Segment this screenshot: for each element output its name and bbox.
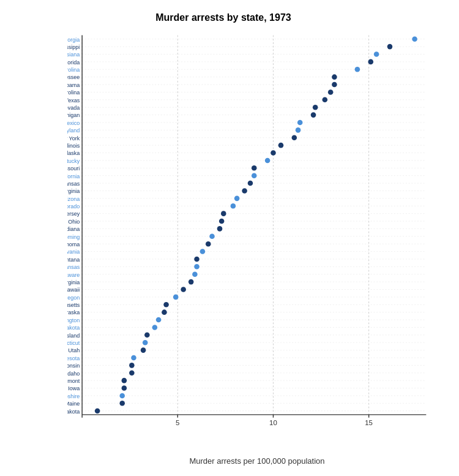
svg-text:Alaska: Alaska — [67, 150, 80, 156]
svg-point-146 — [181, 287, 186, 292]
svg-text:10: 10 — [269, 419, 277, 426]
svg-point-155 — [131, 355, 136, 361]
svg-point-132 — [248, 181, 253, 186]
svg-text:Utah: Utah — [68, 347, 80, 353]
svg-text:Oklahoma: Oklahoma — [67, 241, 80, 247]
svg-point-119 — [332, 82, 337, 88]
svg-text:South Dakota: South Dakota — [67, 325, 80, 331]
svg-point-160 — [119, 393, 125, 399]
svg-point-138 — [217, 226, 223, 232]
svg-text:Nevada: Nevada — [67, 105, 80, 111]
svg-text:Tennessee: Tennessee — [67, 74, 80, 80]
svg-text:New Hampshire: New Hampshire — [67, 393, 80, 399]
svg-text:Minnesota: Minnesota — [67, 355, 80, 361]
svg-text:Massachusetts: Massachusetts — [67, 302, 80, 308]
svg-text:Illinois: Illinois — [67, 143, 80, 149]
svg-text:Michigan: Michigan — [67, 112, 80, 118]
svg-point-135 — [231, 203, 236, 209]
svg-point-145 — [188, 279, 194, 285]
svg-text:5: 5 — [176, 419, 179, 426]
svg-point-141 — [200, 249, 206, 254]
svg-point-121 — [323, 97, 328, 103]
svg-point-139 — [209, 234, 215, 240]
svg-text:Georgia: Georgia — [67, 37, 80, 43]
svg-point-148 — [163, 302, 169, 308]
svg-text:Pennsylvania: Pennsylvania — [67, 249, 80, 255]
svg-text:Louisiana: Louisiana — [67, 51, 80, 58]
svg-point-150 — [156, 317, 162, 323]
svg-point-134 — [234, 196, 240, 202]
svg-point-147 — [173, 295, 179, 300]
x-axis-label: Murder arrests per 100,000 population — [189, 456, 324, 466]
svg-text:Connecticut: Connecticut — [67, 340, 80, 346]
svg-point-140 — [206, 241, 211, 247]
svg-point-161 — [119, 401, 125, 406]
svg-text:California: California — [67, 173, 80, 179]
svg-point-144 — [192, 271, 198, 277]
svg-point-149 — [162, 309, 167, 315]
svg-point-142 — [194, 257, 200, 262]
chart-title: Murder arrests by state, 1973 — [0, 12, 447, 23]
svg-point-153 — [143, 340, 148, 346]
svg-point-118 — [332, 74, 337, 80]
svg-point-156 — [129, 363, 135, 368]
svg-text:New Mexico: New Mexico — [67, 120, 80, 126]
chart-area: 51015GeorgiaMississippiLouisianaFloridaS… — [67, 29, 447, 438]
svg-point-151 — [152, 325, 158, 330]
svg-text:Virginia: Virginia — [67, 188, 80, 194]
svg-text:Missouri: Missouri — [67, 165, 80, 172]
svg-text:Maryland: Maryland — [67, 127, 80, 134]
svg-point-128 — [271, 150, 276, 156]
svg-text:Colorado: Colorado — [67, 203, 80, 210]
svg-text:Vermont: Vermont — [67, 378, 80, 384]
svg-text:Kentucky: Kentucky — [67, 158, 80, 164]
svg-text:Kansas: Kansas — [67, 264, 80, 270]
svg-point-159 — [122, 385, 127, 391]
svg-text:Iowa: Iowa — [68, 385, 80, 391]
svg-text:Nebraska: Nebraska — [67, 309, 80, 315]
svg-text:Hawaii: Hawaii — [67, 287, 80, 293]
svg-text:Florida: Florida — [67, 59, 80, 66]
svg-text:Idaho: Idaho — [67, 371, 80, 377]
chart-container: Murder arrests by state, 1973 51015Georg… — [0, 0, 459, 476]
svg-point-154 — [141, 347, 146, 353]
svg-text:Indiana: Indiana — [67, 226, 80, 232]
svg-text:Rhode Island: Rhode Island — [67, 333, 80, 339]
svg-text:15: 15 — [365, 419, 373, 426]
svg-point-129 — [265, 158, 271, 164]
svg-text:Alabama: Alabama — [67, 82, 80, 88]
svg-text:Wyoming: Wyoming — [67, 234, 80, 240]
svg-text:Wisconsin: Wisconsin — [67, 363, 80, 369]
svg-text:South Carolina: South Carolina — [67, 67, 80, 73]
svg-text:Mississippi: Mississippi — [67, 44, 80, 50]
svg-text:Oregon: Oregon — [67, 295, 80, 301]
svg-point-124 — [297, 120, 303, 126]
svg-text:Arizona: Arizona — [67, 196, 80, 202]
svg-point-158 — [122, 378, 127, 383]
svg-point-136 — [221, 211, 226, 216]
svg-point-130 — [252, 165, 257, 171]
svg-text:Texas: Texas — [67, 97, 80, 104]
svg-point-115 — [374, 51, 379, 57]
svg-point-127 — [278, 143, 284, 148]
svg-text:New Jersey: New Jersey — [67, 211, 80, 217]
svg-text:West Virginia: West Virginia — [67, 279, 80, 285]
svg-point-114 — [387, 44, 393, 50]
svg-point-126 — [292, 135, 297, 140]
svg-point-137 — [219, 219, 225, 224]
svg-point-125 — [296, 127, 301, 133]
svg-point-162 — [95, 408, 100, 414]
svg-point-152 — [144, 333, 150, 338]
svg-point-123 — [311, 112, 316, 118]
svg-point-120 — [328, 89, 334, 95]
svg-text:Maine: Maine — [67, 401, 80, 407]
svg-text:Delaware: Delaware — [67, 272, 80, 278]
svg-text:North Dakota: North Dakota — [67, 409, 80, 415]
svg-text:New York: New York — [67, 135, 80, 142]
svg-point-122 — [313, 105, 318, 110]
svg-point-116 — [368, 59, 373, 65]
svg-point-117 — [355, 67, 360, 72]
svg-point-133 — [242, 188, 247, 194]
svg-text:Ohio: Ohio — [68, 219, 80, 225]
svg-text:Montana: Montana — [67, 257, 80, 263]
